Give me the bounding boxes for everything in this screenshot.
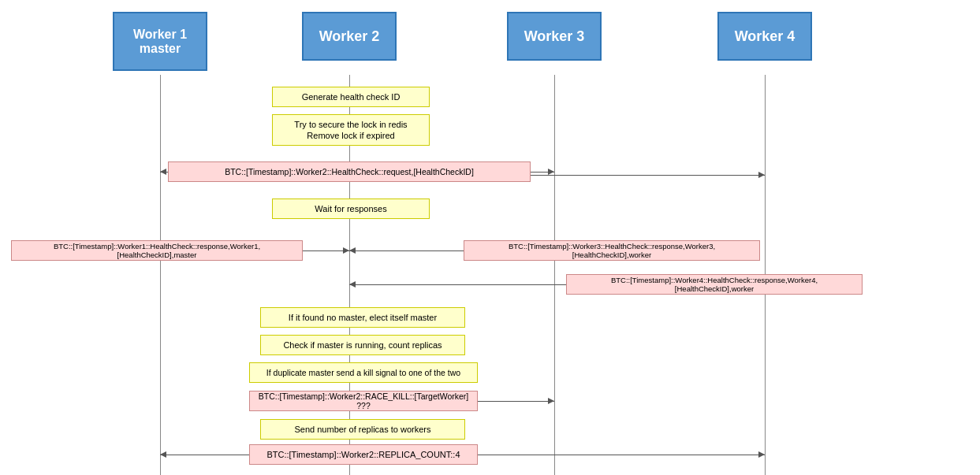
msg-w4-response: BTC::[Timestamp]::Worker4::HealthCheck::… xyxy=(566,274,863,295)
msg-send-replicas: Send number of replicas to workers xyxy=(260,419,465,440)
msg-race-kill: BTC::[Timestamp]::Worker2::RACE_KILL::[T… xyxy=(249,391,478,411)
msg-check-master: Check if master is running, count replic… xyxy=(260,335,465,355)
lifeline-w3 xyxy=(554,75,555,475)
msg-duplicate-master: If duplicate master send a kill signal t… xyxy=(249,362,478,383)
worker-3-box: Worker 3 xyxy=(507,12,602,61)
diagram: Worker 1master Worker 2 Worker 3 Worker … xyxy=(0,0,980,475)
msg-hc-request: BTC::[Timestamp]::Worker2::HealthCheck::… xyxy=(168,161,531,182)
msg-wait-responses: Wait for responses xyxy=(272,199,430,219)
msg-try-secure-lock: Try to secure the lock in redisRemove lo… xyxy=(272,114,430,146)
msg-w3-response: BTC::[Timestamp]::Worker3::HealthCheck::… xyxy=(464,240,760,261)
msg-w1-response: BTC::[Timestamp]::Worker1::HealthCheck::… xyxy=(11,240,303,261)
worker-1-box: Worker 1master xyxy=(113,12,207,71)
msg-elect-master: If it found no master, elect itself mast… xyxy=(260,307,465,328)
msg-generate-health-check-id: Generate health check ID xyxy=(272,87,430,107)
worker-4-box: Worker 4 xyxy=(717,12,812,61)
msg-replica-count: BTC::[Timestamp]::Worker2::REPLICA_COUNT… xyxy=(249,444,478,465)
lifeline-w1 xyxy=(160,75,161,475)
worker-2-box: Worker 2 xyxy=(302,12,397,61)
